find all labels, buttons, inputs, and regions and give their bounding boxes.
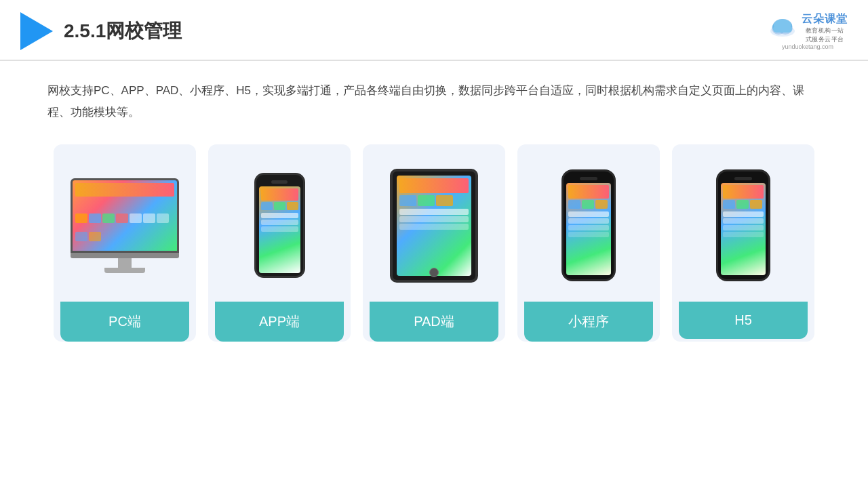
phone-screen: [259, 186, 300, 273]
tablet-screen: [397, 176, 471, 276]
monitor-bar: [71, 253, 179, 258]
card-app-label: APP端: [215, 302, 344, 342]
brand-tagline: 教育机构一站式服务云平台: [802, 26, 848, 43]
brand-logo: 云朵课堂 教育机构一站式服务云平台 yunduoketang.com: [768, 12, 848, 50]
monitor-screen: [73, 180, 177, 251]
monitor: [71, 178, 179, 253]
description-text: 网校支持PC、APP、PAD、小程序、H5，实现多端打通，产品各终端自由切换，数…: [47, 80, 821, 124]
brand-name: 云朵课堂: [802, 12, 848, 26]
page-title: 2.5.1网校管理: [64, 18, 182, 44]
brand-url: yunduoketang.com: [782, 43, 833, 50]
card-h5-label: H5: [679, 302, 808, 339]
h5-phone-screen: [721, 183, 766, 275]
logo-triangle-icon: [20, 12, 53, 50]
card-h5: H5: [672, 144, 814, 342]
card-pad: PAD端: [363, 144, 505, 342]
miniphone-screen: [566, 183, 611, 275]
h5-phone-notch: [734, 177, 752, 180]
monitor-stand-base: [104, 268, 145, 273]
card-h5-image: [679, 158, 808, 293]
cards-container: PC端: [47, 144, 821, 342]
miniphone-mock: [561, 169, 616, 281]
card-app: APP端: [208, 144, 351, 342]
phone-mock: [254, 173, 305, 278]
header-left: 2.5.1网校管理: [20, 12, 182, 50]
header: 2.5.1网校管理 云朵课堂 教育机构一站式服务云平台: [0, 0, 868, 61]
miniphone-notch: [580, 177, 597, 180]
card-miniapp-label: 小程序: [524, 302, 653, 342]
pc-mock: [71, 178, 179, 273]
h5-phone-mock: [716, 169, 770, 281]
card-pc: PC端: [54, 144, 196, 342]
card-miniapp-image: [524, 158, 653, 293]
card-pc-label: PC端: [60, 302, 189, 342]
brand-logo-icon: 云朵课堂 教育机构一站式服务云平台: [768, 12, 848, 43]
card-app-image: [215, 158, 344, 293]
brand-name-block: 云朵课堂 教育机构一站式服务云平台: [802, 12, 848, 43]
monitor-stand-neck: [118, 258, 132, 268]
header-right: 云朵课堂 教育机构一站式服务云平台 yunduoketang.com: [768, 12, 848, 50]
svg-rect-7: [773, 26, 792, 33]
card-pad-label: PAD端: [370, 302, 498, 342]
content: 网校支持PC、APP、PAD、小程序、H5，实现多端打通，产品各终端自由切换，数…: [0, 61, 868, 355]
card-pad-image: [370, 158, 498, 293]
tablet-mock: [390, 169, 478, 283]
cloud-icon: [768, 18, 797, 38]
phone-notch: [271, 180, 288, 184]
tablet-home-button: [429, 268, 439, 277]
card-miniapp: 小程序: [517, 144, 660, 342]
card-pc-image: [60, 158, 189, 293]
